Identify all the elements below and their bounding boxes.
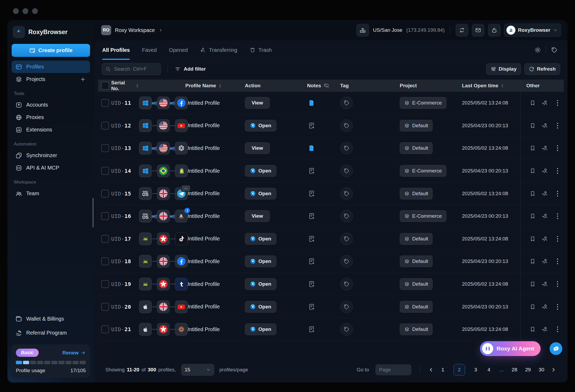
note-filled-icon[interactable] (307, 144, 315, 152)
page-28-button[interactable]: 28 (512, 367, 517, 373)
note-add-icon[interactable] (307, 258, 315, 265)
sort-icon[interactable] (218, 84, 222, 88)
row-checkbox[interactable] (101, 280, 109, 288)
goto-page-input[interactable] (375, 364, 411, 375)
sidebar-item-referral-program[interactable]: Referral Program (12, 327, 90, 339)
tags-manager-button[interactable] (549, 45, 560, 55)
row-checkbox[interactable] (101, 235, 109, 243)
refresh-button[interactable]: Refresh (524, 63, 560, 75)
row-menu-button[interactable] (551, 122, 564, 129)
transfer-profile-button[interactable] (539, 236, 551, 242)
note-add-icon[interactable] (307, 212, 315, 220)
prev-page-button[interactable] (428, 367, 434, 373)
project-badge[interactable]: Default (400, 120, 433, 131)
transfer-profile-button[interactable] (539, 122, 551, 129)
open-profile-button[interactable]: Open (245, 323, 276, 335)
row-menu-button[interactable] (551, 281, 564, 288)
sync-button[interactable] (456, 24, 468, 37)
open-profile-button[interactable]: Open (245, 301, 276, 313)
create-profile-button[interactable]: Create profile (12, 44, 90, 57)
add-tag-button[interactable] (340, 165, 353, 177)
note-add-icon[interactable] (307, 235, 315, 243)
page-1-button[interactable]: 1 (440, 367, 446, 373)
row-menu-button[interactable] (551, 190, 564, 197)
transfer-profile-button[interactable] (539, 100, 551, 106)
sidebar-item-wallet-billings[interactable]: Wallet & Billings (12, 313, 90, 325)
add-tag-button[interactable] (340, 278, 353, 290)
note-add-icon[interactable] (307, 326, 315, 333)
support-chat-button[interactable] (550, 342, 562, 355)
page-3-button[interactable]: 3 (473, 367, 478, 373)
bookmark-button[interactable] (526, 100, 539, 106)
row-checkbox[interactable] (101, 325, 109, 333)
project-badge[interactable]: Default (400, 278, 433, 290)
lock-button[interactable] (488, 24, 501, 37)
tab-all-profiles[interactable]: All Profiles (102, 40, 130, 60)
row-checkbox[interactable] (101, 99, 109, 107)
add-project-button[interactable] (79, 76, 86, 83)
sidebar-item-accounts[interactable]: Accounts (12, 99, 90, 111)
row-checkbox[interactable] (101, 167, 109, 175)
row-checkbox[interactable] (101, 122, 109, 130)
transfer-profile-button[interactable] (539, 281, 551, 287)
add-tag-button[interactable] (340, 187, 353, 200)
sort-icon[interactable] (136, 84, 139, 88)
bookmark-button[interactable] (526, 258, 539, 265)
open-profile-button[interactable]: Open (245, 233, 276, 245)
search-input[interactable] (102, 63, 161, 75)
renew-link[interactable]: Renew (62, 350, 86, 356)
project-badge[interactable]: Default (400, 188, 433, 199)
sidebar-item-synchroinzer[interactable]: Synchroinzer (12, 149, 90, 162)
sort-icon[interactable] (501, 84, 504, 88)
note-add-icon[interactable] (307, 190, 315, 197)
transfer-profile-button[interactable] (539, 304, 551, 310)
row-menu-button[interactable] (551, 167, 564, 174)
sidebar-item-proxies[interactable]: Proxies (12, 111, 90, 124)
row-menu-button[interactable] (551, 99, 564, 106)
bookmark-button[interactable] (526, 122, 539, 129)
view-profile-button[interactable]: View (245, 97, 270, 109)
open-profile-button[interactable]: Open (245, 188, 276, 199)
transfer-profile-button[interactable] (539, 190, 551, 197)
project-badge[interactable]: Default (400, 301, 433, 313)
sidebar-item-projects[interactable]: Projects (12, 73, 90, 85)
sidebar-scrollbar[interactable] (92, 198, 94, 227)
add-tag-button[interactable] (340, 255, 353, 268)
bookmark-button[interactable] (526, 304, 539, 310)
row-menu-button[interactable] (551, 213, 564, 220)
transfer-profile-button[interactable] (539, 213, 551, 219)
project-badge[interactable]: E-Commerce (400, 97, 446, 109)
window-minimize-button[interactable] (23, 8, 28, 14)
bookmark-button[interactable] (526, 281, 539, 287)
page-4-button[interactable]: 4 (486, 367, 492, 373)
eye-off-icon[interactable] (324, 83, 329, 89)
transfer-profile-button[interactable] (539, 168, 551, 174)
note-add-icon[interactable] (307, 167, 315, 175)
add-tag-button[interactable] (340, 142, 353, 154)
sidebar-item-team[interactable]: Team (12, 187, 90, 200)
roxy-ai-agent-button[interactable]: Roxy AI Agent (480, 341, 541, 356)
project-badge[interactable]: E-Commerce (400, 210, 446, 222)
add-tag-button[interactable] (340, 210, 353, 222)
bookmark-button[interactable] (526, 236, 539, 242)
add-filter-button[interactable]: Add filter (174, 66, 206, 72)
add-tag-button[interactable] (340, 97, 353, 109)
sidebar-item-profiles[interactable]: Profiles (12, 61, 90, 73)
page-29-button[interactable]: 29 (525, 367, 531, 373)
add-tag-button[interactable] (340, 119, 353, 132)
sidebar-item-extensions[interactable]: Extensions (12, 124, 90, 136)
row-menu-button[interactable] (551, 326, 564, 333)
bookmark-button[interactable] (526, 190, 539, 197)
tab-trash[interactable]: Trash (249, 40, 272, 60)
bookmark-button[interactable] (526, 326, 539, 332)
search-field[interactable] (114, 66, 158, 72)
transfer-profile-button[interactable] (539, 145, 551, 151)
bookmark-button[interactable] (526, 145, 539, 151)
table-settings-button[interactable] (532, 45, 543, 55)
next-page-button[interactable] (551, 367, 556, 373)
inbox-button[interactable] (472, 24, 484, 37)
project-badge[interactable]: Default (400, 142, 433, 154)
transfer-profile-button[interactable] (539, 326, 551, 332)
tab-transferring[interactable]: Transferring (200, 40, 237, 60)
add-tag-button[interactable] (340, 323, 353, 336)
